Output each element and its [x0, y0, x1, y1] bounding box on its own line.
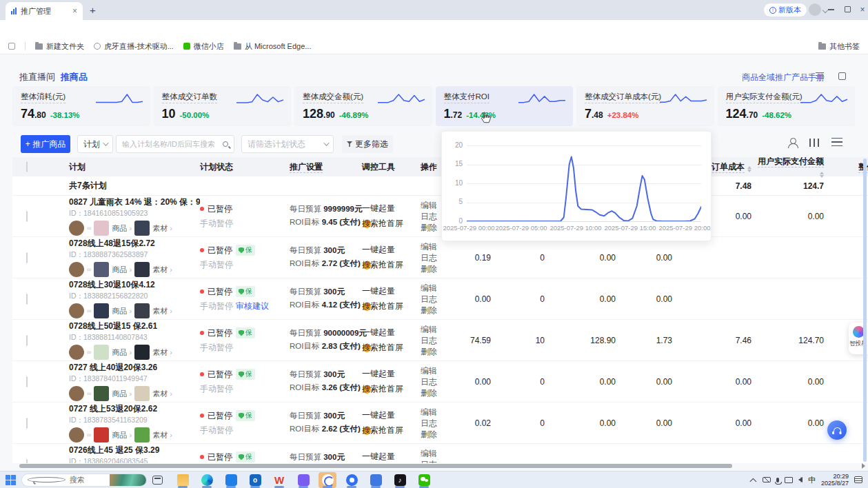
- row-checkbox[interactable]: [26, 211, 28, 222]
- bookmark-item[interactable]: 微信小店: [183, 41, 224, 52]
- col-header-user-paid[interactable]: 用户实际支付金额: [751, 157, 824, 178]
- log-link[interactable]: 日志: [421, 418, 452, 429]
- plan-title[interactable]: 0726线上45 退25 保3.29: [69, 445, 200, 456]
- bookmark-item[interactable]: 从 Microsoft Edge...: [234, 41, 312, 52]
- edit-link[interactable]: 编辑: [421, 448, 452, 459]
- edit-link[interactable]: 编辑: [421, 365, 452, 376]
- taskbar-app-store[interactable]: [222, 472, 240, 488]
- window-close-button[interactable]: ×: [858, 5, 867, 14]
- window-restore-button[interactable]: [842, 5, 852, 14]
- status-filter-select[interactable]: 请筛选计划状态: [241, 135, 334, 153]
- material-link[interactable]: 素材 ›: [152, 347, 172, 358]
- metric-card[interactable]: 整体成交订单成本(元) 7.48+23.84%: [576, 86, 714, 126]
- log-link[interactable]: 日志: [421, 252, 452, 263]
- search-top-screen-link[interactable]: 搜索抢首屏: [362, 383, 421, 395]
- one-key-boost-link[interactable]: 一键起量: [362, 409, 421, 421]
- product-link[interactable]: 商品 ›: [112, 306, 132, 316]
- taskbar-app-browser-active[interactable]: [319, 472, 336, 488]
- edit-link[interactable]: 编辑: [421, 407, 452, 418]
- one-key-boost-link[interactable]: 一键起量: [362, 451, 421, 462]
- taskbar-clock[interactable]: 20:292025/8/27: [821, 473, 849, 487]
- search-top-screen-link[interactable]: 搜索抢首屏: [362, 342, 421, 354]
- new-version-button[interactable]: !新版本: [764, 3, 807, 17]
- custom-audience-icon[interactable]: [787, 137, 798, 148]
- table-settings-icon[interactable]: [831, 138, 842, 147]
- vertical-scrollbar[interactable]: [863, 159, 867, 462]
- taskbar-app-file-explorer[interactable]: [174, 472, 192, 488]
- notification-center-icon[interactable]: [854, 476, 862, 483]
- product-thumb[interactable]: [94, 386, 109, 401]
- plan-title[interactable]: 0728线上30退10保4.12: [69, 279, 200, 291]
- taskbar-app-blue-circle[interactable]: [343, 472, 361, 488]
- log-link[interactable]: 日志: [421, 335, 452, 346]
- browser-tab[interactable]: 推广管理 ×: [6, 2, 83, 20]
- select-all-checkbox[interactable]: [26, 161, 28, 172]
- product-manual-link[interactable]: 商品全域推广产品手册: [742, 72, 825, 83]
- material-thumb[interactable]: [134, 345, 150, 360]
- speaker-icon[interactable]: [798, 477, 803, 482]
- plan-title[interactable]: 0727 线上40退20保3.26: [69, 362, 200, 374]
- fullscreen-icon[interactable]: [836, 70, 848, 82]
- taskbar-search[interactable]: 搜索: [21, 474, 147, 487]
- customer-service-button[interactable]: [827, 420, 847, 440]
- log-link[interactable]: 日志: [421, 376, 452, 387]
- tray-expand-icon[interactable]: [749, 478, 756, 485]
- taskbar-app-wechat[interactable]: [415, 472, 433, 488]
- material-link[interactable]: 素材 ›: [152, 265, 172, 275]
- delete-link[interactable]: 删除: [421, 346, 452, 357]
- tab-live-room[interactable]: 推直播间: [19, 71, 55, 83]
- plan-title[interactable]: 0728线上50退15 保2.61: [69, 321, 200, 332]
- product-link[interactable]: 商品 ›: [112, 389, 132, 399]
- material-thumb[interactable]: [134, 221, 150, 236]
- tab-close-icon[interactable]: ×: [72, 6, 77, 16]
- material-link[interactable]: 素材 ›: [152, 430, 172, 440]
- edit-link[interactable]: 编辑: [421, 283, 452, 294]
- search-top-screen-link[interactable]: 搜索抢首屏: [362, 301, 421, 312]
- material-thumb[interactable]: [134, 303, 150, 318]
- row-checkbox[interactable]: [26, 418, 28, 429]
- start-button[interactable]: [6, 475, 16, 485]
- one-key-boost-link[interactable]: 一键起量: [362, 203, 421, 214]
- custom-columns-icon[interactable]: [809, 139, 820, 147]
- product-link[interactable]: 商品 ›: [112, 223, 132, 234]
- metric-card[interactable]: 整体消耗(元) 74.80-38.13%: [12, 86, 150, 126]
- delete-link[interactable]: 删除: [421, 429, 452, 440]
- plan-title[interactable]: 0827 儿童雨衣 14% 退：20% 保：9.92: [69, 196, 200, 208]
- product-link[interactable]: 商品 ›: [112, 265, 132, 275]
- material-thumb[interactable]: [134, 386, 150, 401]
- one-key-boost-link[interactable]: 一键起量: [362, 285, 421, 297]
- search-icon[interactable]: [223, 141, 228, 147]
- hscroll-thumb[interactable]: [19, 464, 732, 468]
- metric-card[interactable]: 用户实际支付金额(元) 124.70-48.62%: [718, 86, 856, 126]
- product-link[interactable]: 商品 ›: [112, 430, 132, 440]
- plan-title[interactable]: 0727 线上53退20保2.62: [69, 403, 200, 415]
- material-link[interactable]: 素材 ›: [152, 306, 172, 316]
- other-bookmarks[interactable]: 其他书签: [818, 41, 860, 52]
- edit-link[interactable]: 编辑: [421, 241, 452, 252]
- material-link[interactable]: 素材 ›: [152, 223, 172, 234]
- scroll-right-icon[interactable]: [862, 463, 865, 469]
- plan-title[interactable]: 0728线上48退15保2.72: [69, 238, 200, 250]
- delete-link[interactable]: 删除: [421, 305, 452, 316]
- scope-select[interactable]: 计划: [77, 135, 113, 153]
- edit-link[interactable]: 编辑: [421, 324, 452, 335]
- ime-indicator[interactable]: 中: [808, 475, 816, 485]
- taskbar-app-blue[interactable]: [367, 472, 385, 488]
- material-thumb[interactable]: [134, 427, 150, 443]
- material-thumb[interactable]: [134, 262, 150, 277]
- taskbar-app-edge[interactable]: [198, 472, 216, 488]
- search-top-screen-link[interactable]: 搜索抢首屏: [362, 218, 421, 230]
- tab-promote-product[interactable]: 推商品: [61, 71, 88, 83]
- product-thumb[interactable]: [94, 345, 109, 360]
- touchpad-icon[interactable]: [763, 477, 771, 482]
- window-minimize-button[interactable]: [826, 5, 836, 14]
- promote-product-button[interactable]: + 推广商品: [21, 135, 70, 153]
- taskbar-app-docs[interactable]: [294, 472, 312, 488]
- taskbar-app-douyin[interactable]: ♪: [391, 472, 409, 488]
- one-key-boost-link[interactable]: 一键起量: [362, 327, 421, 338]
- browser-avatar[interactable]: [809, 3, 821, 16]
- product-thumb[interactable]: [94, 221, 109, 236]
- product-link[interactable]: 商品 ›: [112, 347, 132, 358]
- product-thumb[interactable]: [94, 303, 109, 318]
- more-filters-button[interactable]: 更多筛选: [342, 135, 393, 153]
